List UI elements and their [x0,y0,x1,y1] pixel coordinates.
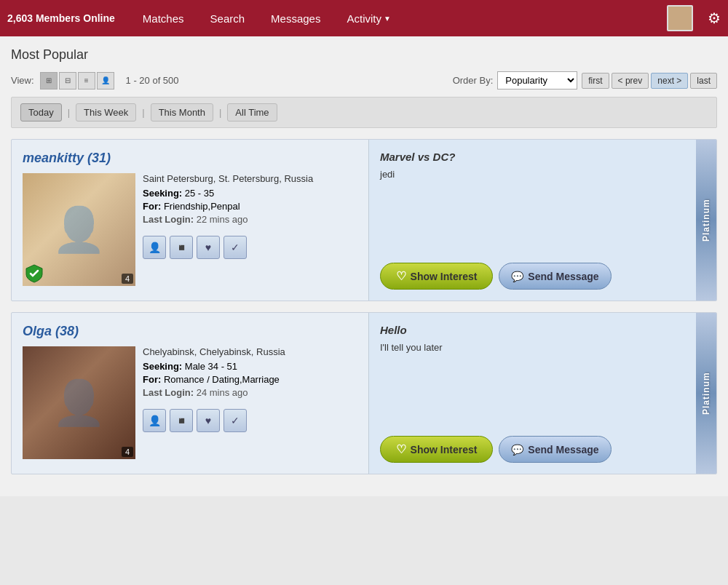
heart-icon-1: ♡ [396,269,406,283]
nav-matches[interactable]: Matches [137,9,190,28]
header: 2,603 Members Online Matches Search Mess… [0,0,728,36]
first-page-btn[interactable]: first [582,73,609,89]
profile-name-1[interactable]: meankitty (31) [23,151,357,166]
profile-for-2: For: Romance / Dating,Marriage [143,374,357,385]
profile-name-2[interactable]: Olga (38) [23,324,357,339]
last-page-btn[interactable]: last [690,73,717,89]
photo-count-2: 4 [122,447,133,457]
order-label: Order By: [453,75,494,86]
check-btn-1[interactable]: ✓ [223,236,247,259]
view-detail[interactable]: 👤 [97,72,114,89]
profile-info-row-1: 👤 4 Saint Petersburg, St. Petersburg, Ru… [23,173,357,290]
favorite-btn-1[interactable]: ♥ [197,236,220,259]
interest-text-1: jedi [380,169,705,252]
interest-title-1: Marvel vs DC? [380,151,705,163]
message-btn-2[interactable]: ◾ [170,409,193,432]
send-message-btn-1[interactable]: 💬 Send Message [499,263,612,290]
time-filter-bar: Today | This Week | This Month | All Tim… [11,97,717,128]
chat-icon-2: 💬 [511,444,523,455]
profile-for-1: For: Friendship,Penpal [143,201,357,212]
order-section: Order By: Popularity Age Distance Last L… [453,71,717,89]
view-bar: View: ⊞ ⊟ ≡ 👤 1 - 20 of 500 Order By: Po… [11,71,717,89]
card-left-2: Olga (38) 👤 4 Chelyabinsk, Chelyabinsk, … [12,313,368,474]
profile-location-2: Chelyabinsk, Chelyabinsk, Russia [143,346,357,357]
result-count: 1 - 20 of 500 [126,75,179,86]
next-page-btn[interactable]: next > [651,73,688,89]
show-interest-btn-1[interactable]: ♡ Show Interest [380,263,493,290]
profile-location-1: Saint Petersburg, St. Petersburg, Russia [143,173,357,184]
profile-seeking-2: Seeking: Male 34 - 51 [143,361,357,372]
photo-count-1: 4 [122,274,133,284]
platinum-tab-1: Platinum [696,140,716,301]
verified-badge-1 [25,263,44,284]
photo-container-1: 👤 4 [23,173,135,290]
activity-dropdown-arrow: ▼ [384,15,391,23]
card-actions-1: ♡ Show Interest 💬 Send Message [380,263,705,290]
profile-info-row-2: 👤 4 Chelyabinsk, Chelyabinsk, Russia See… [23,346,357,463]
view-grid-medium[interactable]: ⊟ [59,72,76,89]
filter-today[interactable]: Today [20,103,62,122]
check-btn-2[interactable]: ✓ [223,409,247,432]
members-online-count: 2,603 Members Online [7,12,115,24]
interest-title-2: Hello [380,324,705,336]
settings-gear-icon[interactable]: ⚙ [708,9,721,27]
profile-login-2: Last Login: 24 mins ago [143,387,357,398]
send-message-btn-2[interactable]: 💬 Send Message [499,436,612,463]
view-profile-btn-2[interactable]: 👤 [143,409,166,432]
nav-messages[interactable]: Messages [265,9,326,28]
view-icons: ⊞ ⊟ ≡ 👤 [40,72,114,89]
filter-this-week[interactable]: This Week [76,103,136,122]
favorite-btn-2[interactable]: ♥ [197,409,220,432]
action-icons-2: 👤 ◾ ♥ ✓ [143,409,357,432]
platinum-tab-2: Platinum [696,313,716,474]
view-grid-large[interactable]: ⊞ [40,72,58,89]
profile-login-1: Last Login: 22 mins ago [143,214,357,225]
order-select[interactable]: Popularity Age Distance Last Login [497,71,577,89]
profile-photo-2[interactable]: 👤 [23,346,135,459]
profile-details-2: Chelyabinsk, Chelyabinsk, Russia Seeking… [143,346,357,432]
filter-this-month[interactable]: This Month [151,103,213,122]
card-right-2: Hello I'll tell you later ♡ Show Interes… [368,313,716,474]
profile-details-1: Saint Petersburg, St. Petersburg, Russia… [143,173,357,259]
card-left-1: meankitty (31) 👤 4 Saint Petersburg, St.… [12,140,368,301]
interest-text-2: I'll tell you later [380,342,705,425]
card-actions-2: ♡ Show Interest 💬 Send Message [380,436,705,463]
nav-activity[interactable]: Activity ▼ [341,9,396,28]
heart-icon-2: ♡ [396,442,406,456]
view-label: View: [11,75,34,86]
view-list[interactable]: ≡ [78,72,95,89]
pagination: first < prev next > last [582,73,717,89]
profile-card-2: Olga (38) 👤 4 Chelyabinsk, Chelyabinsk, … [11,312,717,474]
view-profile-btn-1[interactable]: 👤 [143,236,166,259]
message-btn-1[interactable]: ◾ [170,236,193,259]
prev-page-btn[interactable]: < prev [612,73,649,89]
profile-card-1: meankitty (31) 👤 4 Saint Petersburg, St.… [11,139,717,301]
nav-search[interactable]: Search [205,9,251,28]
action-icons-1: 👤 ◾ ♥ ✓ [143,236,357,259]
main-content: Most Popular View: ⊞ ⊟ ≡ 👤 1 - 20 of 500… [0,36,728,496]
show-interest-btn-2[interactable]: ♡ Show Interest [380,436,493,463]
card-right-1: Marvel vs DC? jedi ♡ Show Interest 💬 Sen… [368,140,716,301]
filter-all-time[interactable]: All Time [227,103,277,122]
chat-icon-1: 💬 [511,271,523,282]
profile-seeking-1: Seeking: 25 - 35 [143,188,357,199]
page-title: Most Popular [11,47,717,63]
photo-container-2: 👤 4 [23,346,135,463]
user-avatar[interactable] [667,5,693,31]
